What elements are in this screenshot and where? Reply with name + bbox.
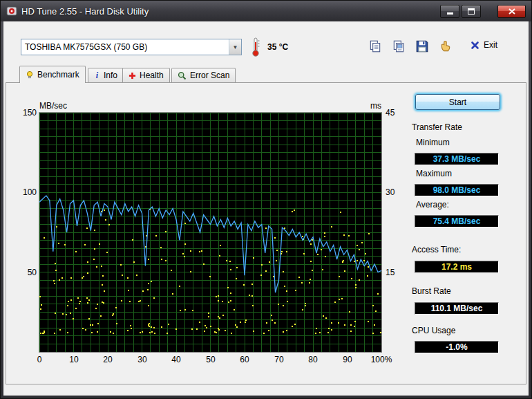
exit-label: Exit <box>484 40 497 50</box>
thermometer-icon <box>251 37 260 59</box>
tab-info[interactable]: i Info <box>88 68 124 82</box>
access-time-value: 17.2 ms <box>415 261 499 273</box>
info-icon: i <box>94 71 100 80</box>
magnifier-icon <box>178 71 187 80</box>
close-button[interactable] <box>497 5 526 18</box>
exit-x-icon <box>471 41 479 50</box>
health-plus-icon <box>129 72 136 80</box>
maximum-label: Maximum <box>416 169 452 178</box>
minimum-label: Minimum <box>416 138 450 147</box>
app-icon[interactable] <box>6 6 17 17</box>
access-time-label: Access Time: <box>412 245 461 254</box>
combo-dropdown-arrow-icon[interactable]: ▼ <box>229 39 241 55</box>
average-value: 75.4 MB/sec <box>415 215 499 228</box>
burst-rate-value: 110.1 MB/sec <box>415 302 499 315</box>
copy-text-icon[interactable] <box>368 39 382 53</box>
minimize-icon <box>447 12 453 15</box>
exit-button[interactable]: Exit <box>471 40 497 50</box>
tab-benchmark[interactable]: Benchmark <box>19 66 86 83</box>
tab-health[interactable]: Health <box>122 68 170 82</box>
temperature-label: 35 °C <box>267 42 288 52</box>
hand-icon[interactable] <box>439 39 453 53</box>
maximize-icon <box>468 8 475 15</box>
maximum-value: 98.0 MB/sec <box>415 184 499 196</box>
app-window: HD Tune 2.55 - Hard Disk Utility TOSHIBA… <box>0 0 532 399</box>
close-icon <box>509 8 515 15</box>
tab-error-scan-label: Error Scan <box>190 71 229 80</box>
window-title: HD Tune 2.55 - Hard Disk Utility <box>21 6 440 17</box>
minimum-value: 37.3 MB/sec <box>415 153 499 165</box>
drive-select-value: TOSHIBA MK7575GSX (750 GB) <box>21 42 229 52</box>
drive-select[interactable]: TOSHIBA MK7575GSX (750 GB) ▼ <box>21 39 242 55</box>
copy-image-icon[interactable] <box>392 39 406 53</box>
average-label: Average: <box>416 200 449 210</box>
save-icon[interactable] <box>415 39 429 53</box>
benchmark-chart <box>39 112 382 353</box>
svg-text:i: i <box>96 71 99 80</box>
maximize-button[interactable] <box>462 5 481 18</box>
tab-benchmark-label: Benchmark <box>37 70 79 80</box>
titlebar[interactable]: HD Tune 2.55 - Hard Disk Utility <box>1 1 531 21</box>
benchmark-icon <box>26 71 34 79</box>
transfer-rate-heading: Transfer Rate <box>412 122 462 132</box>
cpu-usage-value: -1.0% <box>415 341 499 353</box>
burst-rate-label: Burst Rate <box>412 286 451 296</box>
tab-health-label: Health <box>140 71 164 80</box>
start-button[interactable]: Start <box>415 94 500 110</box>
minimize-button[interactable] <box>440 5 459 18</box>
cpu-usage-label: CPU Usage <box>412 326 455 335</box>
tab-info-label: Info <box>104 71 117 80</box>
benchmark-plot <box>39 113 381 352</box>
tab-error-scan[interactable]: Error Scan <box>171 68 236 82</box>
client-area: TOSHIBA MK7575GSX (750 GB) ▼ 35 °C <box>3 21 529 396</box>
